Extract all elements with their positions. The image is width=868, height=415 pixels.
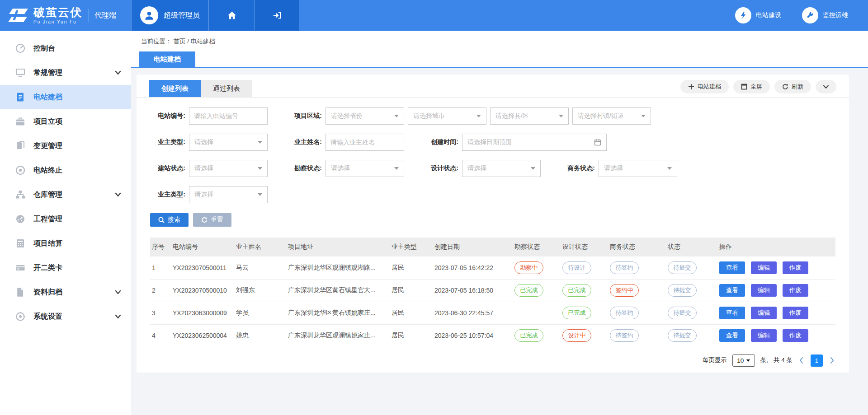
cell-owner-name: 学员 [234, 302, 286, 324]
col-owner-type: 业主类型 [390, 238, 433, 256]
collapse-toolbar-button[interactable] [816, 80, 836, 93]
briefcase-icon [15, 117, 25, 126]
filter-label: 项目区域: [287, 112, 322, 120]
design-status-select[interactable]: 请选择 [462, 160, 541, 177]
sidebar-item-warehouse-mgmt[interactable]: 仓库管理 [0, 182, 131, 207]
sidebar-item-change-mgmt[interactable]: 变更管理 [0, 134, 131, 158]
business-status-badge: 待签约 [610, 307, 639, 319]
page-tab-station-archive[interactable]: 电站建档 [139, 51, 195, 67]
county-select[interactable]: 请选择县/区 [490, 107, 569, 125]
view-button[interactable]: 查看 [719, 307, 745, 319]
tab-create-list[interactable]: 创建列表 [149, 80, 201, 97]
view-button[interactable]: 查看 [719, 329, 745, 342]
void-button[interactable]: 作废 [783, 261, 808, 274]
prev-page-button[interactable] [798, 357, 805, 364]
gauge-icon [15, 214, 25, 224]
filter-label: 创建时间: [423, 138, 458, 146]
add-station-label: 电站建档 [698, 83, 721, 91]
caret-down-icon [746, 359, 750, 362]
wrench-icon [802, 7, 818, 23]
filter-owner-name: 业主姓名: [287, 134, 423, 151]
select-placeholder: 请选择村镇/街道 [578, 112, 624, 120]
owner-name-input[interactable] [326, 134, 404, 151]
refresh-label: 刷新 [792, 83, 803, 91]
caret-down-icon [258, 167, 262, 170]
search-button[interactable]: 搜索 [150, 213, 189, 227]
edit-button[interactable]: 编辑 [751, 261, 777, 274]
nav-station-build[interactable]: 电站建设 [735, 7, 781, 23]
cell-owner-type: 居民 [390, 279, 433, 302]
breadcrumb-label: 当前位置： [141, 37, 172, 46]
survey-status-select[interactable]: 请选择 [326, 160, 404, 177]
town-select[interactable]: 请选择村镇/街道 [572, 107, 651, 125]
business-status-select[interactable]: 请选择 [599, 160, 677, 177]
col-design-status: 设计状态 [561, 238, 608, 256]
breadcrumb-path[interactable]: 首页 / 电站建档 [174, 37, 215, 46]
station-no-input[interactable] [189, 107, 268, 125]
owner-type-2-select[interactable]: 请选择 [189, 186, 268, 203]
view-button[interactable]: 查看 [719, 261, 745, 274]
tab-passed-list[interactable]: 通过列表 [201, 80, 252, 97]
filter-label: 商务状态: [560, 164, 595, 173]
owner-type-select[interactable]: 请选择 [189, 134, 268, 151]
province-select[interactable]: 请选择省份 [326, 107, 404, 125]
chevron-down-icon [115, 289, 121, 295]
sidebar-item-station-archive[interactable]: 电站建档 [0, 85, 131, 109]
page-number-1[interactable]: 1 [811, 354, 823, 367]
edit-button[interactable]: 编辑 [751, 329, 777, 342]
add-station-button[interactable]: 电站建档 [680, 80, 729, 93]
cell-address: 广东深圳龙华区黄石镇姚家庄... [286, 302, 390, 324]
home-button[interactable] [209, 0, 255, 31]
brand-pinyin: Po Jian Yun Fu [33, 20, 82, 24]
reset-button[interactable]: 重置 [193, 213, 231, 227]
user-menu[interactable]: 超级管理员 [131, 0, 209, 31]
caret-down-icon [559, 115, 563, 117]
table-row: 2 YX2023070500010 刘强东 广东深圳龙华区黄石镇星官大... 居… [150, 279, 835, 302]
per-page-select[interactable]: 10 [732, 354, 755, 367]
sidebar-item-system-settings[interactable]: 系统设置 [0, 304, 131, 329]
sidebar-item-project-initiation[interactable]: 项目立项 [0, 109, 131, 134]
cell-seq: 3 [150, 302, 171, 324]
edit-button[interactable]: 编辑 [751, 284, 777, 297]
sidebar-item-open-card[interactable]: 开二类卡 [0, 256, 131, 280]
build-status-select[interactable]: 请选择 [189, 160, 268, 177]
settings-icon [15, 312, 25, 322]
chevron-down-icon [115, 313, 121, 320]
sidebar-item-data-archive[interactable]: 资料归档 [0, 280, 131, 304]
calculator-icon [15, 238, 25, 248]
cell-owner-name: 马云 [234, 256, 286, 279]
logout-button[interactable] [255, 0, 299, 31]
select-placeholder: 请选择 [194, 191, 213, 199]
fullscreen-button[interactable]: 全屏 [733, 80, 770, 93]
view-button[interactable]: 查看 [719, 284, 745, 297]
sidebar-item-general-mgmt[interactable]: 常规管理 [0, 61, 131, 85]
city-select[interactable]: 请选择城市 [408, 107, 486, 125]
nav-monitor-ops[interactable]: 监控运维 [802, 7, 848, 23]
void-button[interactable]: 作废 [783, 329, 808, 342]
sidebar-item-project-settlement[interactable]: 项目结算 [0, 231, 131, 256]
filter-label: 电站编号: [150, 112, 185, 120]
sidebar-item-station-terminate[interactable]: 电站终止 [0, 158, 131, 182]
cell-station-id: YX2023070500011 [171, 256, 234, 279]
sidebar-item-label: 项目立项 [33, 117, 62, 126]
edit-button[interactable]: 编辑 [751, 307, 777, 319]
sidebar-item-label: 电站终止 [33, 166, 62, 175]
sidebar-item-label: 项目结算 [33, 239, 62, 248]
content-card: 创建列表 通过列表 电站建档 全屏 [137, 75, 849, 373]
card-icon [15, 263, 25, 273]
home-icon [227, 10, 237, 20]
refresh-button[interactable]: 刷新 [774, 80, 811, 93]
filter-label: 建站状态: [150, 164, 185, 173]
col-business-status: 商务状态 [608, 238, 666, 256]
cell-owner-type: 居民 [390, 324, 433, 347]
chevron-down-icon [115, 191, 121, 198]
void-button[interactable]: 作废 [783, 307, 808, 319]
cell-seq: 1 [150, 256, 171, 279]
sidebar-item-dashboard[interactable]: 控制台 [0, 36, 131, 61]
date-range-picker[interactable]: 请选择日期范围 [462, 134, 607, 151]
next-page-button[interactable] [828, 357, 835, 364]
void-button[interactable]: 作废 [783, 284, 808, 297]
sidebar-item-engineering-mgmt[interactable]: 工程管理 [0, 207, 131, 231]
header-nav: 电站建设 监控运维 [735, 0, 868, 31]
sidebar-item-label: 开二类卡 [33, 263, 62, 273]
